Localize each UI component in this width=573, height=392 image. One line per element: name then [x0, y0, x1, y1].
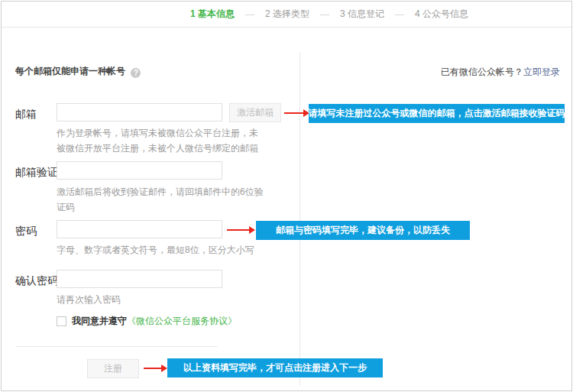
email-limit-note: 每个邮箱仅能申请一种帐号 ? — [15, 65, 141, 78]
step-indicator: 1 基本信息 — 2 选择类型 — 3 信息登记 — 4 公众号信息 — [2, 2, 571, 28]
email-code-helper-line1: 激活邮箱后将收到验证邮件，请回填邮件中的6位验 — [57, 184, 264, 199]
password-input[interactable] — [57, 220, 222, 238]
register-annotation-arrow — [144, 368, 162, 369]
login-now-link[interactable]: 立即登录 — [523, 66, 560, 77]
email-code-input[interactable] — [57, 161, 222, 180]
confirm-password-label: 确认密码 — [15, 274, 58, 288]
register-page: 1 基本信息 — 2 选择类型 — 3 信息登记 — 4 公众号信息 每个邮箱仅… — [1, 1, 572, 391]
email-limit-note-text: 每个邮箱仅能申请一种帐号 — [15, 66, 125, 76]
email-annotation-arrow — [284, 112, 304, 114]
vertical-divider — [299, 52, 300, 386]
service-agreement-link[interactable]: 《微信公众平台服务协议》 — [127, 315, 237, 328]
password-label: 密码 — [15, 225, 37, 238]
step-account-info: 4 公众号信息 — [415, 8, 468, 21]
login-prompt: 已有微信公众帐号？立即登录 — [441, 66, 560, 79]
agreement-text: 我同意并遵守 — [72, 315, 127, 328]
email-helper-line2: 被微信开放平台注册，未被个人微信号绑定的邮箱 — [57, 141, 258, 156]
email-input[interactable] — [57, 103, 222, 121]
email-code-helper-line2: 证码 — [57, 199, 75, 215]
step-info-registration: 3 信息登记 — [340, 8, 384, 21]
activate-email-button[interactable]: 激活邮箱 — [229, 103, 281, 122]
step-separator: — — [395, 9, 404, 20]
form-bottom-divider — [15, 346, 218, 347]
agreement-checkbox[interactable] — [57, 316, 66, 326]
step-basic-info: 1 基本信息 — [190, 8, 235, 21]
register-annotation: 以上资料填写完毕，才可点击注册进入下一步 — [167, 358, 383, 377]
email-helper-line1: 作为登录帐号，请填写未被微信公众平台注册，未 — [57, 125, 258, 141]
login-prompt-text: 已有微信公众帐号？ — [441, 66, 523, 77]
password-annotation: 邮箱与密码填写完毕，建议备份，以防丢失 — [256, 221, 470, 240]
confirm-password-helper: 请再次输入密码 — [57, 292, 121, 307]
password-helper: 字母、数字或者英文符号，最短8位，区分大小写 — [57, 242, 254, 258]
confirm-password-input[interactable] — [57, 270, 222, 288]
email-label: 邮箱 — [15, 108, 37, 121]
step-separator: — — [245, 9, 254, 20]
password-annotation-arrow — [227, 229, 250, 231]
step-choose-type: 2 选择类型 — [265, 8, 309, 21]
email-annotation: 请填写未注册过公众号或微信的邮箱，点击激活邮箱接收验证码 — [309, 104, 565, 123]
step-separator: — — [320, 9, 329, 20]
agreement-row: 我同意并遵守《微信公众平台服务协议》 — [57, 315, 237, 328]
register-button[interactable]: 注册 — [87, 359, 139, 378]
help-question-icon[interactable]: ? — [131, 68, 141, 78]
